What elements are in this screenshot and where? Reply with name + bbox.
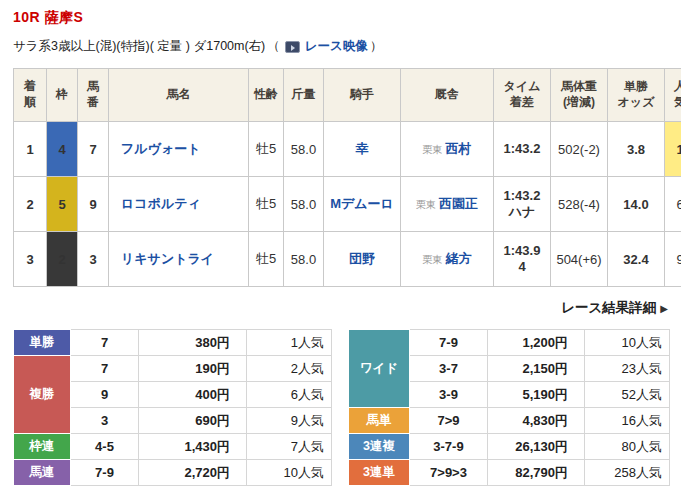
finish-position: 1 (14, 122, 47, 177)
carried-weight: 58.0 (284, 177, 324, 232)
time-margin: 1:43.94 (494, 232, 551, 287)
payout-amount: 1,430円 (139, 434, 247, 460)
bet-type-label: 枠連 (14, 434, 71, 460)
horse-body-weight: 504(+6) (551, 232, 608, 287)
stable-cell: 栗東西村 (401, 122, 494, 177)
column-header: タイム 着差 (494, 69, 551, 122)
combination: 4-5 (71, 434, 139, 460)
column-header: 馬体重 (増減) (551, 69, 608, 122)
horse-name-cell: ロコポルティ (109, 177, 249, 232)
popularity: 2人気 (247, 356, 332, 382)
finish-time: 1:43.2 (504, 188, 541, 203)
trainer-link[interactable]: 西村 (446, 141, 472, 156)
horse-name-cell: リキサントライ (109, 232, 249, 287)
race-conditions-text: サラ系3歳以上(混)(特指)( 定量 ) ダ1700m(右) (13, 38, 265, 55)
bracket-number: 4 (47, 122, 78, 177)
trainer-link[interactable]: 西園正 (439, 196, 478, 211)
payout-amount: 2,720円 (139, 460, 247, 486)
bracket-number: 5 (47, 177, 78, 232)
popularity: 9人気 (247, 408, 332, 434)
jockey-link[interactable]: 団野 (349, 251, 375, 266)
paren-close: ） (370, 38, 383, 55)
arrow-right-icon: ▶ (660, 303, 668, 314)
carried-weight: 58.0 (284, 232, 324, 287)
payout-amount: 2,150円 (488, 356, 585, 382)
column-header: 馬 番 (78, 69, 109, 122)
favorite-rank: 1 (665, 122, 681, 177)
bet-type-label: 単勝 (14, 330, 71, 356)
popularity: 52人気 (585, 382, 670, 408)
popularity: 1人気 (247, 330, 332, 356)
combination: 7-9 (71, 460, 139, 486)
popularity: 258人気 (585, 460, 670, 486)
stable-region-label: 栗東 (416, 199, 436, 210)
horse-name-link[interactable]: リキサントライ (121, 251, 214, 266)
finish-time: 1:43.9 (504, 243, 541, 258)
column-header: 厩舎 (401, 69, 494, 122)
bet-type-label: 馬連 (14, 460, 71, 486)
popularity: 23人気 (585, 356, 670, 382)
payout-amount: 5,190円 (488, 382, 585, 408)
bet-type-label: 3連単 (349, 460, 410, 486)
payout-amount: 190円 (139, 356, 247, 382)
result-row: 323リキサントライ牡558.0団野栗東緒方1:43.94504(+6)32.4… (14, 232, 681, 287)
favorite-rank: 6 (665, 177, 681, 232)
finish-position: 2 (14, 177, 47, 232)
bet-type-label: 馬単 (349, 408, 410, 434)
finish-time: 1:43.2 (504, 141, 541, 156)
bracket-number: 2 (47, 232, 78, 287)
horse-name-link[interactable]: フルヴォート (121, 141, 201, 156)
combination: 7 (71, 356, 139, 382)
payout-table-right: ワイド7-91,200円10人気3-72,150円23人気3-95,190円52… (348, 329, 670, 486)
column-header: 斤量 (284, 69, 324, 122)
sex-age: 牡5 (249, 232, 284, 287)
popularity: 10人気 (585, 330, 670, 356)
margin: 4 (518, 259, 525, 274)
combination: 7>9 (410, 408, 488, 434)
time-margin: 1:43.2 (494, 122, 551, 177)
jockey-link[interactable]: Mデムーロ (330, 196, 394, 211)
win-odds: 14.0 (608, 177, 665, 232)
payout-row: 馬連7-92,720円10人気 (14, 460, 332, 486)
race-results-table: 着 順枠馬 番馬名性齢斤量騎手厩舎タイム 着差馬体重 (増減)単勝 オッズ人 気… (13, 68, 681, 287)
sex-age: 牡5 (249, 122, 284, 177)
paren-open: （ (267, 38, 280, 55)
margin: ハナ (509, 204, 536, 219)
payout-amount: 82,790円 (488, 460, 585, 486)
stable-cell: 栗東緒方 (401, 232, 494, 287)
popularity: 16人気 (585, 408, 670, 434)
race-result-detail-link[interactable]: レース結果詳細▶ (561, 300, 668, 315)
horse-body-weight: 528(-4) (551, 177, 608, 232)
payout-amount: 690円 (139, 408, 247, 434)
popularity: 10人気 (247, 460, 332, 486)
column-header: 人 気 (665, 69, 681, 122)
combination: 3-9 (410, 382, 488, 408)
result-row: 147フルヴォート牡558.0幸栗東西村1:43.2502(-2)3.81 (14, 122, 681, 177)
combination: 7 (71, 330, 139, 356)
race-video-link[interactable]: レース映像 (305, 38, 368, 55)
jockey-cell: 幸 (324, 122, 401, 177)
column-header: 枠 (47, 69, 78, 122)
payout-row: 3連複3-7-926,130円80人気 (349, 434, 670, 460)
payout-row: 単勝7380円1人気 (14, 330, 332, 356)
trainer-link[interactable]: 緒方 (446, 251, 472, 266)
bet-type-label: 3連複 (349, 434, 410, 460)
horse-body-weight: 502(-2) (551, 122, 608, 177)
payout-row: 3連単7>9>382,790円258人気 (349, 460, 670, 486)
combination: 7-9 (410, 330, 488, 356)
horse-number: 9 (78, 177, 109, 232)
stable-cell: 栗東西園正 (401, 177, 494, 232)
column-header: 性齢 (249, 69, 284, 122)
payout-table-left: 単勝7380円1人気複勝7190円2人気9400円6人気3690円9人気枠連4-… (13, 329, 332, 486)
results-header-row: 着 順枠馬 番馬名性齢斤量騎手厩舎タイム 着差馬体重 (増減)単勝 オッズ人 気 (14, 69, 681, 122)
combination: 7>9>3 (410, 460, 488, 486)
jockey-link[interactable]: 幸 (356, 141, 369, 156)
popularity: 7人気 (247, 434, 332, 460)
stable-region-label: 栗東 (423, 254, 443, 265)
win-odds: 3.8 (608, 122, 665, 177)
combination: 3-7 (410, 356, 488, 382)
race-result-page: 10R 薩摩S サラ系3歳以上(混)(特指)( 定量 ) ダ1700m(右) （… (0, 0, 681, 486)
column-header: 単勝 オッズ (608, 69, 665, 122)
horse-name-link[interactable]: ロコポルティ (121, 196, 201, 211)
horse-number: 3 (78, 232, 109, 287)
